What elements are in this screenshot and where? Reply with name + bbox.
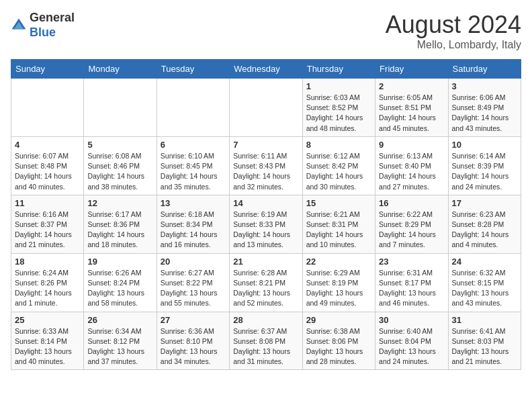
calendar-cell: 21Sunrise: 6:28 AMSunset: 8:21 PMDayligh… [230,253,302,312]
calendar-cell: 18Sunrise: 6:24 AMSunset: 8:26 PMDayligh… [11,253,84,312]
calendar-cell: 25Sunrise: 6:33 AMSunset: 8:14 PMDayligh… [11,312,84,370]
calendar-cell: 9Sunrise: 6:13 AMSunset: 8:40 PMDaylight… [375,136,448,195]
calendar-cell [84,79,157,137]
day-info: Sunrise: 6:38 AMSunset: 8:06 PMDaylight:… [306,326,371,367]
page-header: General Blue August 2024 Mello, Lombardy… [11,11,521,51]
header-day: Saturday [448,60,521,79]
calendar-cell [157,79,229,137]
calendar-cell: 26Sunrise: 6:34 AMSunset: 8:12 PMDayligh… [84,312,157,370]
day-info: Sunrise: 6:33 AMSunset: 8:14 PMDaylight:… [15,326,80,367]
day-number: 19 [87,257,152,267]
logo-general-text: General [30,11,75,26]
calendar-cell: 17Sunrise: 6:23 AMSunset: 8:28 PMDayligh… [448,195,521,253]
day-info: Sunrise: 6:08 AMSunset: 8:46 PMDaylight:… [87,151,152,192]
calendar-cell: 1Sunrise: 6:03 AMSunset: 8:52 PMDaylight… [302,79,375,137]
calendar-week: 18Sunrise: 6:24 AMSunset: 8:26 PMDayligh… [11,253,521,312]
day-info: Sunrise: 6:24 AMSunset: 8:26 PMDaylight:… [15,268,80,309]
day-info: Sunrise: 6:18 AMSunset: 8:34 PMDaylight:… [161,210,226,250]
calendar-cell: 5Sunrise: 6:08 AMSunset: 8:46 PMDaylight… [84,136,157,195]
calendar-cell: 4Sunrise: 6:07 AMSunset: 8:48 PMDaylight… [11,136,84,195]
calendar-cell: 27Sunrise: 6:36 AMSunset: 8:10 PMDayligh… [157,312,229,370]
calendar-week: 4Sunrise: 6:07 AMSunset: 8:48 PMDaylight… [11,136,521,195]
day-info: Sunrise: 6:16 AMSunset: 8:37 PMDaylight:… [15,210,80,250]
day-number: 9 [379,140,444,150]
day-number: 14 [233,198,298,208]
day-number: 22 [306,257,371,267]
calendar-table: SundayMondayTuesdayWednesdayThursdayFrid… [11,59,521,370]
calendar-header: SundayMondayTuesdayWednesdayThursdayFrid… [11,60,521,79]
day-info: Sunrise: 6:36 AMSunset: 8:10 PMDaylight:… [161,326,226,367]
day-info: Sunrise: 6:19 AMSunset: 8:33 PMDaylight:… [233,210,298,250]
calendar-cell: 19Sunrise: 6:26 AMSunset: 8:24 PMDayligh… [84,253,157,312]
day-number: 20 [161,257,226,267]
day-info: Sunrise: 6:40 AMSunset: 8:04 PMDaylight:… [379,326,444,367]
day-number: 24 [452,257,517,267]
header-row: SundayMondayTuesdayWednesdayThursdayFrid… [11,60,521,79]
day-number: 1 [306,81,371,91]
day-info: Sunrise: 6:12 AMSunset: 8:42 PMDaylight:… [306,151,371,192]
day-info: Sunrise: 6:03 AMSunset: 8:52 PMDaylight:… [306,93,371,134]
day-number: 27 [161,315,226,325]
calendar-week: 11Sunrise: 6:16 AMSunset: 8:37 PMDayligh… [11,195,521,253]
day-info: Sunrise: 6:26 AMSunset: 8:24 PMDaylight:… [87,268,152,309]
calendar-title: August 2024 [386,11,521,39]
logo-text: General Blue [30,11,75,40]
calendar-cell: 2Sunrise: 6:05 AMSunset: 8:51 PMDaylight… [375,79,448,137]
day-number: 18 [15,257,80,267]
calendar-cell: 14Sunrise: 6:19 AMSunset: 8:33 PMDayligh… [230,195,302,253]
calendar-cell [230,79,302,137]
calendar-cell [11,79,84,137]
day-number: 21 [233,257,298,267]
calendar-cell: 6Sunrise: 6:10 AMSunset: 8:45 PMDaylight… [157,136,229,195]
calendar-cell: 29Sunrise: 6:38 AMSunset: 8:06 PMDayligh… [302,312,375,370]
calendar-body: 1Sunrise: 6:03 AMSunset: 8:52 PMDaylight… [11,79,521,370]
day-number: 28 [233,315,298,325]
day-number: 4 [15,140,80,150]
day-number: 17 [452,198,517,208]
day-info: Sunrise: 6:10 AMSunset: 8:45 PMDaylight:… [161,151,226,192]
day-number: 7 [233,140,298,150]
header-day: Monday [84,60,157,79]
calendar-cell: 30Sunrise: 6:40 AMSunset: 8:04 PMDayligh… [375,312,448,370]
day-info: Sunrise: 6:06 AMSunset: 8:49 PMDaylight:… [452,93,517,134]
calendar-cell: 31Sunrise: 6:41 AMSunset: 8:03 PMDayligh… [448,312,521,370]
day-info: Sunrise: 6:23 AMSunset: 8:28 PMDaylight:… [452,210,517,250]
calendar-cell: 22Sunrise: 6:29 AMSunset: 8:19 PMDayligh… [302,253,375,312]
day-number: 26 [87,315,152,325]
day-info: Sunrise: 6:32 AMSunset: 8:15 PMDaylight:… [452,268,517,309]
day-info: Sunrise: 6:29 AMSunset: 8:19 PMDaylight:… [306,268,371,309]
calendar-cell: 11Sunrise: 6:16 AMSunset: 8:37 PMDayligh… [11,195,84,253]
day-number: 29 [306,315,371,325]
calendar-cell: 28Sunrise: 6:37 AMSunset: 8:08 PMDayligh… [230,312,302,370]
header-day: Sunday [11,60,84,79]
calendar-cell: 8Sunrise: 6:12 AMSunset: 8:42 PMDaylight… [302,136,375,195]
day-info: Sunrise: 6:37 AMSunset: 8:08 PMDaylight:… [233,326,298,367]
day-info: Sunrise: 6:07 AMSunset: 8:48 PMDaylight:… [15,151,80,192]
day-number: 2 [379,81,444,91]
day-info: Sunrise: 6:11 AMSunset: 8:43 PMDaylight:… [233,151,298,192]
logo: General Blue [11,11,75,40]
calendar-cell: 20Sunrise: 6:27 AMSunset: 8:22 PMDayligh… [157,253,229,312]
calendar-subtitle: Mello, Lombardy, Italy [386,39,521,51]
day-number: 25 [15,315,80,325]
day-number: 11 [15,198,80,208]
day-number: 10 [452,140,517,150]
day-number: 15 [306,198,371,208]
logo-icon [11,17,27,34]
day-info: Sunrise: 6:27 AMSunset: 8:22 PMDaylight:… [161,268,226,309]
day-info: Sunrise: 6:41 AMSunset: 8:03 PMDaylight:… [452,326,517,367]
day-info: Sunrise: 6:14 AMSunset: 8:39 PMDaylight:… [452,151,517,192]
day-number: 3 [452,81,517,91]
day-number: 6 [161,140,226,150]
title-section: August 2024 Mello, Lombardy, Italy [386,11,521,51]
day-info: Sunrise: 6:21 AMSunset: 8:31 PMDaylight:… [306,210,371,250]
day-number: 16 [379,198,444,208]
day-info: Sunrise: 6:31 AMSunset: 8:17 PMDaylight:… [379,268,444,309]
day-info: Sunrise: 6:34 AMSunset: 8:12 PMDaylight:… [87,326,152,367]
day-info: Sunrise: 6:17 AMSunset: 8:36 PMDaylight:… [87,210,152,250]
day-number: 5 [87,140,152,150]
header-day: Wednesday [230,60,302,79]
calendar-cell: 3Sunrise: 6:06 AMSunset: 8:49 PMDaylight… [448,79,521,137]
logo-blue-text: Blue [30,26,75,40]
calendar-week: 25Sunrise: 6:33 AMSunset: 8:14 PMDayligh… [11,312,521,370]
